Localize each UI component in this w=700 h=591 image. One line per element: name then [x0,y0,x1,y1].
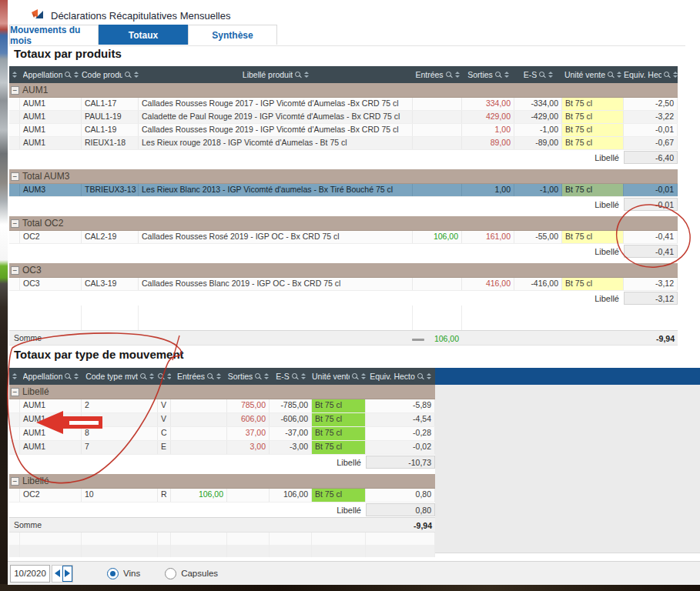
cell-sorties[interactable]: 161,00 [462,231,514,243]
splitter-handle[interactable] [412,339,424,341]
cell-code-produit[interactable]: CAL2-19 [82,231,139,243]
cell-sorties[interactable] [227,489,270,502]
column-header-entrees[interactable]: Entrées [413,66,462,83]
table-row[interactable]: AUM18C37,00-37,00Bt 75 cl-0,28 [9,427,435,441]
cell-expander[interactable] [9,231,20,243]
table-row[interactable]: OC210R106,00106,00Bt 75 cl0,80 [9,489,435,503]
cell-equiv-hecto[interactable]: -0,41 [624,231,678,243]
previous-month-button[interactable] [52,566,62,582]
cell-expander[interactable] [9,98,20,110]
group-row[interactable]: −Libellé [9,474,435,489]
cell-appellation[interactable]: AUM1 [20,98,82,110]
cell-sorties[interactable]: 334,00 [462,98,514,110]
cell-appellation[interactable]: OC2 [20,231,82,243]
cell-expander[interactable] [9,441,20,454]
collapse-icon[interactable]: − [11,388,19,396]
cell-unite-vente[interactable]: Bt 75 cl [562,98,624,110]
cell-entrees[interactable] [171,441,227,454]
cell-equiv-hecto[interactable]: -0,67 [624,137,678,149]
column-header-code-type-mvt[interactable]: Code type mvt [82,368,158,385]
cell-unite-vente[interactable]: Bt 75 cl [312,489,366,502]
cell-entrees[interactable] [413,278,462,290]
cell-entrees[interactable] [171,413,227,426]
cell-appellation[interactable]: OC3 [20,278,82,290]
cell-expander[interactable] [9,413,20,426]
cell-appellation[interactable]: AUM1 [20,111,82,123]
cell-unite-vente[interactable]: Bt 75 cl [562,231,624,243]
cell-sorties[interactable]: 606,00 [227,413,270,426]
column-header-unite-vente[interactable]: Unité vente [562,66,624,83]
cell-es[interactable]: -606,00 [270,413,312,426]
column-header-code-produit[interactable]: Code produit [82,66,139,83]
collapse-icon[interactable]: − [11,172,19,181]
cell-unite-vente[interactable]: Bt 75 cl [562,111,624,123]
cell-es[interactable]: -1,00 [514,124,562,136]
tab-mouvements-du-mois[interactable]: Mouvements du mois [9,25,99,45]
cell-unite-vente[interactable]: Bt 75 cl [312,413,366,426]
cell-equiv-hecto[interactable]: -0,02 [366,441,435,454]
next-month-button[interactable] [62,566,72,582]
cell-code-type-mvt[interactable]: 10 [82,489,158,502]
cell-libelle-type-mvt[interactable]: E [158,441,171,454]
collapse-icon[interactable]: − [11,477,19,486]
group-row[interactable]: −Total OC2 [9,216,678,231]
cell-expander[interactable] [9,184,20,196]
cell-unite-vente[interactable]: Bt 75 cl [312,441,366,454]
cell-sorties[interactable]: 416,00 [462,278,514,290]
cell-code-produit[interactable]: CAL1-17 [82,98,139,110]
cell-expander[interactable] [9,137,20,149]
tab-totaux[interactable]: Totaux [99,25,188,45]
cell-es[interactable]: -334,00 [514,98,562,110]
tab-synthese[interactable]: Synthèse [188,25,277,45]
table-row[interactable]: AUM1PAUL1-19Caladette de Paul Rouge 2019… [9,111,678,124]
cell-entrees[interactable]: 106,00 [413,231,462,243]
collapse-icon[interactable]: − [11,219,19,228]
cell-libelle-produit[interactable]: Les Rieux rouge 2018 - IGP Vicomté d'Aum… [139,137,413,149]
table-row[interactable]: AUM1CAL1-17Callades Rousses Rouge 2017 -… [9,98,678,111]
cell-sorties[interactable]: 1,00 [462,184,514,196]
cell-appellation[interactable]: AUM3 [20,184,82,196]
cell-libelle-produit[interactable]: Les Rieux Blanc 2013 - IGP Vicomté d'aum… [139,184,413,196]
cell-libelle-produit[interactable]: Callades Rousses Rouge 2019 - IGP Vicomt… [139,124,413,136]
table-row[interactable]: AUM1RIEUX1-18Les Rieux rouge 2018 - IGP … [9,137,678,150]
group-row[interactable]: −Libellé [9,385,435,399]
cell-sorties[interactable]: 429,00 [462,111,514,123]
cell-equiv-hecto[interactable]: 0,80 [366,489,435,502]
column-header-entrees[interactable]: Entrées [171,368,227,385]
cell-es[interactable]: -429,00 [514,111,562,123]
cell-equiv-hecto[interactable]: -0,28 [366,427,435,440]
cell-expander[interactable] [9,278,20,290]
table-row[interactable]: OC2CAL2-19Callades Rousses Rosé 2019 - I… [9,231,678,244]
cell-libelle-type-mvt[interactable]: V [158,399,171,412]
group-row[interactable]: −OC3 [9,263,678,278]
cell-equiv-hecto[interactable]: -2,50 [624,98,678,110]
cell-expander[interactable] [9,124,20,136]
empty-row[interactable] [9,545,435,557]
column-header-sorties[interactable]: Sorties [227,368,270,385]
cell-unite-vente[interactable]: Bt 75 cl [562,137,624,149]
cell-appellation[interactable]: AUM1 [20,399,82,412]
group-row[interactable]: −AUM1 [9,83,678,98]
column-header-appellation[interactable]: Appellation [20,66,82,83]
empty-row[interactable] [9,533,435,545]
cell-code-produit[interactable]: PAUL1-19 [82,111,139,123]
cell-sorties[interactable]: 785,00 [227,399,270,412]
cell-es[interactable]: -37,00 [270,427,312,440]
cell-equiv-hecto[interactable]: -0,01 [624,184,678,196]
cell-unite-vente[interactable]: Bt 75 cl [312,399,366,412]
cell-sorties[interactable]: 89,00 [462,137,514,149]
cell-es[interactable]: 106,00 [270,489,312,502]
table-row[interactable]: AUM3TBRIEUX3-13Les Rieux Blanc 2013 - IG… [9,184,678,197]
radio-capsules[interactable]: Capsules [165,568,218,579]
cell-entrees[interactable] [413,124,462,136]
cell-libelle-type-mvt[interactable]: V [158,413,171,426]
cell-equiv-hecto[interactable]: -3,22 [624,111,678,123]
cell-libelle-type-mvt[interactable]: R [158,489,171,502]
cell-unite-vente[interactable]: Bt 75 cl [312,427,366,440]
cell-code-type-mvt[interactable]: 7 [82,441,158,454]
cell-code-produit[interactable]: CAL3-19 [82,278,139,290]
table-row[interactable]: AUM12V785,00-785,00Bt 75 cl-5,89 [9,399,435,413]
cell-appellation[interactable]: OC2 [20,489,82,502]
cell-code-produit[interactable]: RIEUX1-18 [82,137,139,149]
cell-libelle-type-mvt[interactable]: C [158,427,171,440]
